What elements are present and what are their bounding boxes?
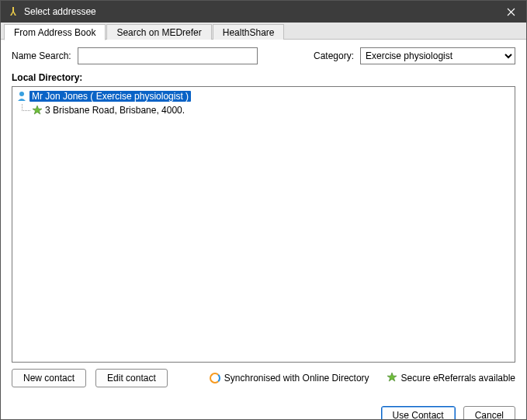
- svg-point-0: [19, 92, 24, 96]
- contact-address-item[interactable]: 3 Brisbane Road, Brisbane, 4000.: [31, 104, 511, 116]
- cancel-button[interactable]: Cancel: [463, 406, 515, 420]
- legend-secure-ereferrals: Secure eReferrals available: [387, 372, 515, 385]
- name-search-label: Name Search:: [12, 50, 71, 61]
- legend-synchronised: Synchronised with Online Directory: [210, 373, 369, 384]
- person-icon: [16, 90, 28, 102]
- category-label: Category:: [314, 50, 354, 61]
- search-row: Name Search: Category: Exercise physiolo…: [12, 47, 515, 64]
- star-icon: [31, 104, 43, 116]
- contact-name: Mr Jon Jones ( Exercise physiologist ): [29, 91, 191, 102]
- tab-search-medrefer[interactable]: Search on MEDrefer: [106, 24, 211, 40]
- app-icon: [7, 5, 19, 18]
- tab-from-address-book[interactable]: From Address Book: [4, 24, 106, 40]
- legend-row: New contact Edit contact Synchronised wi…: [12, 369, 515, 387]
- title-bar: Select addressee: [1, 1, 526, 23]
- close-button[interactable]: [495, 1, 526, 23]
- star-icon: [387, 372, 397, 385]
- new-contact-button[interactable]: New contact: [12, 369, 86, 387]
- edit-contact-button[interactable]: Edit contact: [95, 369, 168, 387]
- dialog-footer: Use Contact Cancel: [1, 395, 526, 420]
- name-search-input[interactable]: [78, 47, 258, 64]
- local-directory-list[interactable]: Mr Jon Jones ( Exercise physiologist ) 3…: [12, 86, 515, 363]
- contact-tree-item[interactable]: Mr Jon Jones ( Exercise physiologist ): [16, 90, 511, 102]
- window-title: Select addressee: [24, 6, 495, 17]
- use-contact-button[interactable]: Use Contact: [381, 406, 456, 420]
- contact-address: 3 Brisbane Road, Brisbane, 4000.: [45, 105, 185, 116]
- tab-strip: From Address Book Search on MEDrefer Hea…: [1, 23, 526, 40]
- sync-icon: [210, 373, 220, 384]
- local-directory-heading: Local Directory:: [12, 72, 515, 83]
- category-select[interactable]: Exercise physiologist: [360, 47, 515, 64]
- tab-healthshare[interactable]: HealthShare: [213, 24, 285, 40]
